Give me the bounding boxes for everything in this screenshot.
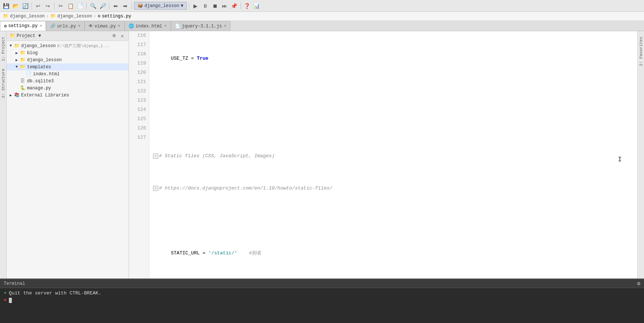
tree-item-blog[interactable]: ▶ 📁 blog [7, 49, 129, 56]
terminal-settings-btn[interactable]: ⚙ [637, 280, 640, 287]
tree-label-root: django_lesson [21, 43, 56, 49]
terminal-text-1: Quit the server with CTRL-BREAK. [9, 290, 102, 296]
tab-settings-icon: ⚙ [4, 23, 7, 29]
fold-icon-119[interactable]: - [153, 154, 158, 159]
toolbar-save[interactable]: 💾 [2, 2, 10, 10]
toolbar-forward[interactable]: ➡ [121, 2, 129, 10]
folder-icon-templates: 📁 [19, 64, 26, 70]
toolbar-copy[interactable]: 📋 [66, 2, 74, 10]
tab-views-label: views.py [94, 24, 116, 29]
tree-label-index-html: index.html [33, 72, 60, 77]
terminal-cursor [9, 298, 12, 303]
code-line-120: - # https://docs.djangoproject.com/en/1.… [153, 184, 634, 193]
separator-4 [109, 3, 109, 9]
tree-item-templates[interactable]: ▼ 📁 templates [7, 63, 129, 70]
code-122-comment: #别名 [249, 250, 262, 257]
project-panel: 📁 Project ▼ ⚙ ≡ ▼ 📁 django_lesson E:\脱产三… [7, 31, 129, 278]
arrow-external: ▶ [8, 93, 13, 98]
toolbar-stop[interactable]: ⏹ [211, 2, 219, 10]
line-num-123: 123 [132, 96, 146, 105]
project-tree: ▼ 📁 django_lesson E:\脱产三期\django_l... ▶ … [7, 41, 129, 278]
toolbar: 💾 📂 🔄 ↩ ↪ ✂ 📋 📄 🔍 🔎 ⬅ ➡ 📦 django_lesson … [0, 0, 644, 12]
breadcrumb-file[interactable]: settings.py [102, 14, 131, 19]
tree-item-db-sqlite[interactable]: 🗄 db.sqlite3 [7, 78, 129, 85]
line-num-116: 116 [132, 31, 146, 40]
code-content[interactable]: USE_TZ = True - # Static files (CSS, Jav… [149, 31, 637, 278]
toolbar-step[interactable]: ⏭ [220, 2, 229, 10]
folder-icon-root: 📁 [13, 43, 20, 49]
tab-jquery-js[interactable]: 📄 jquery-3.1.1.js × [171, 21, 230, 31]
tab-bar: ⚙ settings.py × 🔗 urls.py × 👁 views.py ×… [0, 21, 644, 31]
tab-index-close[interactable]: × [165, 24, 167, 28]
tab-index-html[interactable]: 🌐 index.html × [125, 21, 171, 31]
project-dropdown[interactable]: 📦 django_lesson ▼ [134, 2, 187, 10]
tab-settings-close[interactable]: × [40, 24, 42, 28]
tab-index-icon: 🌐 [129, 23, 134, 29]
toolbar-pause[interactable]: ⏸ [201, 2, 209, 10]
tab-jquery-close[interactable]: × [224, 24, 226, 28]
code-view[interactable]: 116 117 118 119 120 121 122 123 124 125 … [129, 31, 637, 278]
terminal-plus-icon: + [4, 290, 7, 296]
separator-1 [31, 3, 32, 9]
toolbar-undo[interactable]: ↩ [34, 2, 42, 10]
side-tab-project[interactable]: 1: Project [0, 33, 6, 65]
toolbar-inspect[interactable]: 📊 [253, 2, 261, 10]
project-sort-btn[interactable]: ≡ [119, 33, 126, 39]
fav-tab-label[interactable]: 2: Favorites [638, 33, 644, 70]
code-line-121 [153, 216, 634, 225]
code-line-119: - # Static files (CSS, JavaScript, Image… [153, 152, 634, 161]
favorites-bar: 2: Favorites [637, 31, 644, 278]
line-num-120: 120 [132, 68, 146, 78]
main-area: 1: Project 2: Structure 📁 Project ▼ ⚙ ≡ … [0, 31, 644, 278]
dropdown-arrow: ▼ [181, 3, 183, 9]
tree-item-index-html[interactable]: 📄 index.html [7, 70, 129, 78]
toolbar-findall[interactable]: 🔎 [99, 2, 107, 10]
separator-7 [240, 3, 241, 9]
tree-item-external-libs[interactable]: ▶ 📚 External Libraries [7, 92, 129, 99]
tab-views-py[interactable]: 👁 views.py × [84, 21, 125, 31]
toolbar-find[interactable]: 🔍 [89, 2, 97, 10]
tree-item-django-lesson-sub[interactable]: ▶ 📁 django_lesson [7, 56, 129, 63]
tree-item-manage-py[interactable]: 🐍 manage.py [7, 85, 129, 92]
toolbar-help[interactable]: ❓ [243, 2, 251, 10]
fold-icon-120[interactable]: - [153, 186, 158, 191]
toolbar-cut[interactable]: ✂ [57, 2, 65, 10]
breadcrumb-root[interactable]: django_lesson [10, 14, 45, 19]
toolbar-open[interactable]: 📂 [11, 2, 20, 10]
tab-views-close[interactable]: × [118, 24, 120, 28]
separator-3 [86, 3, 87, 9]
side-tabs-left: 1: Project 2: Structure [0, 31, 7, 278]
separator-5 [132, 3, 132, 9]
code-116-1: USE_TZ = [171, 55, 197, 63]
breadcrumb-folder[interactable]: django_lesson [57, 14, 92, 19]
line-num-127: 127 [132, 133, 146, 142]
project-settings-btn[interactable]: ⚙ [111, 33, 117, 39]
tab-urls-close[interactable]: × [78, 24, 80, 28]
folder-icon-blog: 📁 [19, 50, 26, 56]
code-122-1: STATIC_URL = [171, 250, 208, 257]
code-122-space [237, 250, 249, 257]
tab-settings-py[interactable]: ⚙ settings.py × [0, 21, 46, 31]
toolbar-refresh[interactable]: 🔄 [21, 2, 29, 10]
toolbar-run[interactable]: ▶ [192, 2, 200, 10]
project-panel-header: 📁 Project ▼ ⚙ ≡ [7, 31, 129, 41]
breadcrumb-folder-icon: 📁 [3, 13, 9, 19]
dropdown-arrow-project: ▼ [38, 33, 41, 39]
code-line-116: USE_TZ = True [153, 54, 634, 63]
tree-label-django-sub: django_lesson [27, 57, 62, 63]
separator-2 [54, 3, 54, 9]
side-tab-structure[interactable]: 2: Structure [0, 65, 6, 102]
terminal-content[interactable]: + Quit the server with CTRL-BREAK. × [0, 288, 644, 323]
toolbar-evaluate[interactable]: 📌 [230, 2, 238, 10]
tree-label-blog: blog [27, 50, 38, 56]
toolbar-redo[interactable]: ↪ [44, 2, 52, 10]
breadcrumb: 📁 django_lesson › 📁 django_lesson › ⚙ se… [0, 12, 644, 21]
code-line-117 [153, 87, 634, 96]
terminal-line-1: + Quit the server with CTRL-BREAK. [4, 290, 640, 296]
toolbar-back[interactable]: ⬅ [112, 2, 120, 10]
tree-item-root[interactable]: ▼ 📁 django_lesson E:\脱产三期\django_l... [7, 42, 129, 49]
file-icon-manage: 🐍 [19, 85, 26, 91]
tab-urls-py[interactable]: 🔗 urls.py × [46, 21, 84, 31]
tab-jquery-icon: 📄 [175, 23, 180, 29]
toolbar-paste[interactable]: 📄 [76, 2, 84, 10]
